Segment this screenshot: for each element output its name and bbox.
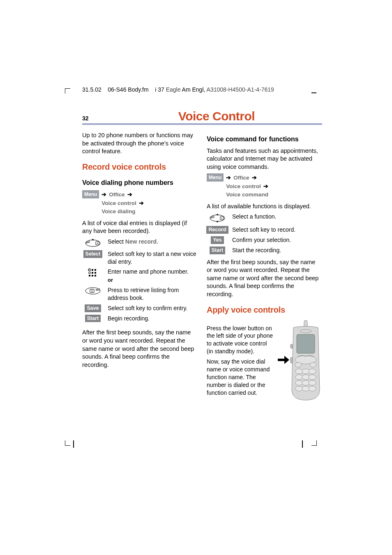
step-text: Begin recording. <box>108 315 198 322</box>
page-title-row: 32 Voice Control <box>82 109 322 125</box>
intro-text: Up to 20 phone numbers or functions may … <box>82 131 198 156</box>
arrow-icon: ➔ <box>101 190 106 199</box>
meta-file: 06-S46 Body.fm <box>108 86 148 93</box>
arrow-icon: ➔ <box>139 199 144 207</box>
svg-point-26 <box>295 369 303 374</box>
start-chip: Start <box>85 315 101 322</box>
crop-mark <box>302 440 303 448</box>
step-text: Select a function. <box>232 213 322 221</box>
step-select-softkey: Select Select soft key to start a new vo… <box>82 250 198 266</box>
svg-point-30 <box>302 375 309 380</box>
svg-rect-5 <box>95 269 96 271</box>
svg-point-36 <box>302 386 309 391</box>
step-text: Start the recording. <box>232 246 322 254</box>
nav-voice-control: Voice control <box>101 199 136 207</box>
meta-pagecode: i 37 <box>155 86 164 93</box>
rocker-icon <box>209 213 226 223</box>
svg-point-24 <box>295 362 302 367</box>
crop-mark <box>65 440 70 446</box>
right-column: Voice command for functions Tasks and fe… <box>207 129 322 402</box>
step-text: Select soft key to start a new voice dia… <box>108 250 198 266</box>
step-text: Confirm your selection. <box>232 236 322 244</box>
nav-office: Office <box>233 174 249 182</box>
phone-illustration <box>277 320 322 402</box>
list-intro-command: A list of available functions is display… <box>207 203 322 211</box>
step-start: Start Begin recording. <box>82 315 198 322</box>
svg-rect-22 <box>291 357 293 363</box>
svg-point-0 <box>85 240 100 246</box>
svg-point-37 <box>309 386 316 391</box>
svg-point-12 <box>85 288 100 294</box>
save-chip: Save <box>85 304 101 312</box>
svg-point-17 <box>221 218 222 219</box>
step-start-recording: Start Start the recording. <box>207 246 322 254</box>
page-number: 32 <box>82 115 111 122</box>
step-text-post: . <box>157 238 158 245</box>
section-heading-record: Record voice controls <box>82 161 198 173</box>
voice-command-intro: Tasks and features such as appointments,… <box>207 147 322 171</box>
svg-rect-21 <box>291 344 293 348</box>
keypad-icon <box>88 268 98 279</box>
svg-point-35 <box>295 386 303 391</box>
subheading-voice-command: Voice command for functions <box>207 135 322 144</box>
record-chip: Record <box>206 226 228 234</box>
arrow-icon: ➔ <box>252 173 257 182</box>
after-beep-text: After the first beep sounds, say the nam… <box>82 329 198 369</box>
nav-voice-dialing: Voice dialing <box>101 207 135 216</box>
svg-rect-10 <box>92 275 93 276</box>
meta-lang: Am Engl, <box>182 86 205 93</box>
nav-office: Office <box>109 191 125 199</box>
header-metadata: 31.5.02 06-S46 Body.fm i 37 Eagle Am Eng… <box>82 86 322 93</box>
after-beep-text-2: After the first beep sounds, say the nam… <box>207 258 322 299</box>
svg-rect-19 <box>297 334 315 353</box>
list-intro-dialing: A list of voice dial entries is displaye… <box>82 219 198 235</box>
step-retrieve-addressbook: Press to retrieve listing from address b… <box>82 286 198 302</box>
nav-path-voice-command: Menu ➔ Office ➔ Voice control ➔ Voice co… <box>207 173 322 199</box>
svg-point-2 <box>97 243 98 244</box>
step-save: Save Select soft key to confirm entry. <box>82 304 198 312</box>
or-label: or <box>108 276 198 284</box>
apply-p1: Press the lower button on the left side … <box>207 325 274 356</box>
step-text: Select <box>108 238 125 245</box>
apply-text-column: Press the lower button on the left side … <box>207 322 274 399</box>
svg-rect-11 <box>95 275 96 276</box>
svg-rect-6 <box>89 272 90 274</box>
arrow-icon: ➔ <box>226 173 231 182</box>
arrow-icon: ➔ <box>263 182 268 191</box>
step-text: Press to retrieve listing from address b… <box>108 286 198 302</box>
nav-voice-command: Voice command <box>226 191 268 199</box>
menu-chip: Menu <box>82 190 99 198</box>
rocker-icon <box>84 238 101 248</box>
section-heading-apply: Apply voice controls <box>207 304 322 315</box>
meta-product: Eagle <box>166 86 181 93</box>
svg-rect-7 <box>92 272 93 274</box>
step-text: Select soft key to confirm entry. <box>108 304 198 312</box>
svg-point-27 <box>302 369 309 374</box>
meta-date: 31.5.02 <box>82 86 101 93</box>
rocker-addressbook-icon <box>84 286 101 296</box>
step-text: Select soft key to record. <box>232 226 322 234</box>
svg-point-34 <box>309 380 316 385</box>
subheading-voice-dialing: Voice dialing phone numbers <box>82 178 198 187</box>
step-select-new-record: Select New record. <box>82 238 198 248</box>
svg-point-28 <box>309 369 316 374</box>
svg-point-32 <box>295 380 303 385</box>
meta-partno: A31008-H4500-A1-4-7619 <box>207 86 274 93</box>
svg-rect-8 <box>95 272 96 274</box>
page-title: Voice Control <box>111 109 322 123</box>
step-select-function: Select a function. <box>207 213 322 223</box>
nav-path-voice-dialing: Menu ➔ Office ➔ Voice control ➔ Voice di… <box>82 190 198 216</box>
svg-rect-3 <box>89 269 90 271</box>
svg-point-33 <box>302 380 309 385</box>
svg-rect-9 <box>89 275 90 276</box>
apply-p2: Now, say the voice dial name or voice co… <box>207 358 274 396</box>
step-record: Record Select soft key to record. <box>207 226 322 234</box>
svg-point-15 <box>210 215 225 221</box>
step-yes: Yes Confirm your selection. <box>207 236 322 244</box>
svg-rect-4 <box>92 269 93 271</box>
yes-chip: Yes <box>211 236 224 244</box>
svg-point-31 <box>309 375 316 380</box>
step-enter-name: Enter name and phone number. or <box>82 268 198 283</box>
menu-chip: Menu <box>207 173 224 182</box>
step-text: Enter name and phone number. <box>108 268 198 276</box>
